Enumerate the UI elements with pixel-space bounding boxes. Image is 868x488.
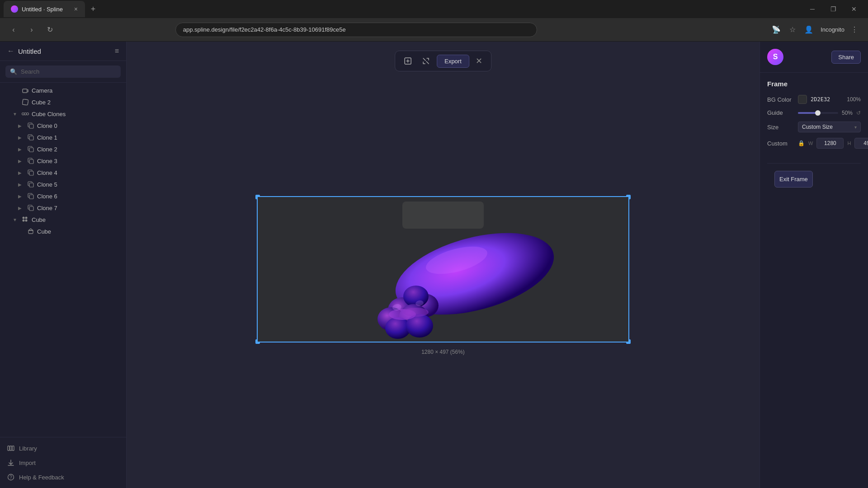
guide-slider[interactable] xyxy=(798,112,838,114)
svg-rect-11 xyxy=(29,148,33,152)
clone4-icon xyxy=(27,169,34,176)
maximize-button[interactable]: ❐ xyxy=(823,0,844,18)
cast-icon[interactable]: 📡 xyxy=(770,23,783,36)
library-item[interactable]: Library xyxy=(0,441,126,455)
clone3-icon xyxy=(27,157,34,164)
svg-marker-27 xyxy=(28,229,33,230)
search-input[interactable] xyxy=(21,68,116,75)
cube-child-icon xyxy=(27,228,34,235)
reload-button[interactable]: ↻ xyxy=(43,23,56,36)
fit-view-button[interactable] xyxy=(401,54,415,68)
close-window-button[interactable]: ✕ xyxy=(844,0,864,18)
svg-rect-13 xyxy=(29,160,33,164)
cube2-label: Cube 2 xyxy=(32,99,119,106)
guide-label: Guide xyxy=(767,109,794,116)
import-item[interactable]: Import xyxy=(0,455,126,470)
exit-frame-button[interactable]: Exit Frame xyxy=(774,171,813,188)
bg-color-value: 2D2E32 xyxy=(811,96,830,103)
size-label: Size xyxy=(767,124,794,131)
cube-group-label: Cube xyxy=(32,216,119,223)
tab-close-btn[interactable]: × xyxy=(74,5,78,13)
expand-button[interactable] xyxy=(419,54,433,68)
menu-button[interactable]: ≡ xyxy=(115,47,119,55)
svg-rect-29 xyxy=(10,446,12,450)
frame-canvas xyxy=(258,197,628,342)
share-button[interactable]: Share xyxy=(831,51,861,64)
canvas-area[interactable]: Export ✕ xyxy=(127,42,760,488)
clone3-label: Clone 3 xyxy=(37,158,119,164)
guide-row: Guide 50% ↺ xyxy=(767,109,861,116)
tree-item-clone3[interactable]: ▶ Clone 3 xyxy=(2,155,124,167)
tree-item-clone1[interactable]: ▶ Clone 1 xyxy=(2,131,124,143)
custom-label: Custom xyxy=(767,140,794,147)
bg-color-swatch[interactable] xyxy=(798,95,807,104)
clone4-label: Clone 4 xyxy=(37,169,119,176)
tree-item-cube2[interactable]: Cube 2 xyxy=(2,96,124,108)
tree-item-cube-clones[interactable]: ▼ Cube Clones xyxy=(2,108,124,120)
new-tab-button[interactable]: + xyxy=(87,3,99,15)
export-button[interactable]: Export xyxy=(437,55,469,68)
clone1-label: Clone 1 xyxy=(37,134,119,141)
tree-item-clone6[interactable]: ▶ Clone 6 xyxy=(2,190,124,202)
close-toolbar-button[interactable]: ✕ xyxy=(473,55,486,67)
minimize-button[interactable]: ─ xyxy=(802,0,823,18)
camera-label: Camera xyxy=(32,87,119,94)
back-button[interactable]: ← xyxy=(7,47,14,55)
library-label: Library xyxy=(19,445,37,452)
address-bar[interactable]: app.spline.design/file/f2ec2a42-8f6a-4c5… xyxy=(175,23,537,37)
browser-tab[interactable]: Untitled · Spline × xyxy=(4,1,85,17)
clone1-icon xyxy=(27,134,34,141)
guide-reset-icon[interactable]: ↺ xyxy=(856,110,861,116)
project-title: Untitled xyxy=(18,47,111,55)
sidebar: ← Untitled ≡ 🔍 Camera xyxy=(0,42,127,488)
scene-tree: Camera Cube 2 ▼ xyxy=(0,83,126,437)
frame-section-title: Frame xyxy=(767,80,861,88)
clone7-label: Clone 7 xyxy=(37,205,119,211)
lock-icon[interactable]: 🔒 xyxy=(798,140,805,146)
tree-item-clone4[interactable]: ▶ Clone 4 xyxy=(2,167,124,178)
tree-item-clone2[interactable]: ▶ Clone 2 xyxy=(2,143,124,155)
svg-rect-2 xyxy=(22,99,28,105)
help-item[interactable]: ? Help & Feedback xyxy=(0,470,126,484)
svg-point-44 xyxy=(403,308,429,317)
tab-title: Untitled · Spline xyxy=(22,6,71,13)
clone0-label: Clone 0 xyxy=(37,122,119,129)
tree-item-clone5[interactable]: ▶ Clone 5 xyxy=(2,178,124,190)
width-input[interactable] xyxy=(816,138,844,149)
svg-rect-15 xyxy=(29,171,33,175)
back-nav-button[interactable]: ‹ xyxy=(7,23,20,36)
tree-item-camera[interactable]: Camera xyxy=(2,84,124,96)
tree-item-cube-group[interactable]: ▼ Cube xyxy=(2,214,124,225)
clone6-icon xyxy=(27,192,34,200)
extensions-icon[interactable]: ⋮ xyxy=(848,23,861,36)
svg-rect-19 xyxy=(29,195,33,199)
profile-icon[interactable]: 👤 xyxy=(802,23,815,36)
svg-rect-7 xyxy=(29,124,33,128)
svg-point-25 xyxy=(25,220,28,222)
svg-point-23 xyxy=(25,217,28,219)
svg-point-22 xyxy=(23,217,25,219)
bg-color-row: BG Color 2D2E32 100% xyxy=(767,95,861,104)
frame-dimension-label: 1280 × 497 (56%) xyxy=(421,349,465,355)
height-input[interactable] xyxy=(854,138,868,149)
svg-rect-17 xyxy=(29,183,33,187)
frame-border xyxy=(257,196,629,343)
svg-rect-28 xyxy=(8,446,9,450)
bookmark-icon[interactable]: ☆ xyxy=(786,23,799,36)
svg-rect-26 xyxy=(28,230,33,234)
tree-item-clone0[interactable]: ▶ Clone 0 xyxy=(2,120,124,131)
svg-rect-9 xyxy=(29,136,33,140)
clone0-icon xyxy=(27,122,34,129)
tree-item-cube-child[interactable]: Cube xyxy=(2,225,124,237)
bg-color-label: BG Color xyxy=(767,96,794,103)
search-icon: 🔍 xyxy=(10,68,17,75)
user-avatar: S xyxy=(767,49,783,65)
scene-svg xyxy=(258,197,628,342)
canvas-toolbar: Export ✕ xyxy=(395,51,491,71)
svg-rect-30 xyxy=(12,446,14,450)
forward-nav-button[interactable]: › xyxy=(25,23,38,36)
size-row: Size Custom Size ▾ xyxy=(767,122,861,132)
size-select[interactable]: Custom Size ▾ xyxy=(798,122,861,132)
tree-item-clone7[interactable]: ▶ Clone 7 xyxy=(2,202,124,214)
camera-icon xyxy=(22,87,29,94)
